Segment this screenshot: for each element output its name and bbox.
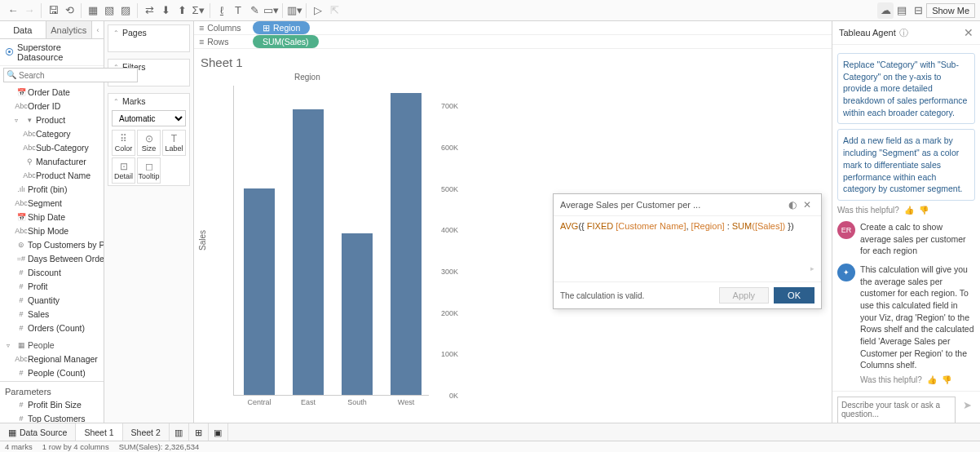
field-sales[interactable]: #Sales xyxy=(0,308,104,321)
sheet-title[interactable]: Sheet 1 xyxy=(201,55,825,69)
swap-icon[interactable]: ⇄ xyxy=(141,2,157,19)
param-item[interactable]: #Profit Bin Size xyxy=(0,398,104,412)
suggestion-2[interactable]: Add a new field as a mark by including "… xyxy=(837,129,975,200)
rows-shelf[interactable]: ≡Rows xyxy=(199,37,248,47)
people-table[interactable]: ▿▦People xyxy=(0,339,104,352)
field-item[interactable]: #People (Count) xyxy=(0,366,104,380)
field-quantity[interactable]: #Quantity xyxy=(0,294,104,308)
field-ship-date[interactable]: 📅Ship Date xyxy=(0,210,104,224)
sort-desc-icon[interactable]: ⬆ xyxy=(174,2,190,19)
marks-color[interactable]: ⠿Color xyxy=(112,130,135,156)
pages-shelf[interactable]: ⌃Pages xyxy=(108,25,189,40)
columns-icon: ≡ xyxy=(199,23,204,33)
datasource-name[interactable]: ⦿ Superstore Datasource xyxy=(0,39,104,66)
field-discount[interactable]: #Discount xyxy=(0,266,104,280)
rows-icon: ≡ xyxy=(199,37,204,47)
field-order-date[interactable]: 📅Order Date xyxy=(0,86,104,100)
forward-icon[interactable]: → xyxy=(21,2,38,19)
sheet2-tab[interactable]: Sheet 2 xyxy=(123,423,170,441)
calc-formula[interactable]: AVG({ FIXED [Customer Name], [Region] : … xyxy=(554,216,821,281)
info-icon[interactable]: ⓘ xyxy=(899,27,908,39)
field-segment[interactable]: AbcSegment xyxy=(0,197,104,210)
field-days-between-orde-[interactable]: =#Days Between Orde... xyxy=(0,252,104,266)
y-tick-label: 600K xyxy=(430,144,458,152)
marks-size[interactable]: ⊙Size xyxy=(137,130,161,156)
status-bar: 4 marks 1 row by 4 columns SUM(Sales): 2… xyxy=(0,441,980,452)
pin-icon[interactable]: ⊟ xyxy=(910,2,926,19)
send-icon[interactable]: ➤ xyxy=(959,397,975,413)
field-profit-bin-[interactable]: .ılıProfit (bin) xyxy=(0,183,104,197)
tab-analytics[interactable]: Analytics xyxy=(46,21,93,38)
field-product-name[interactable]: AbcProduct Name xyxy=(0,169,104,183)
y-tick-label: 300K xyxy=(430,268,458,276)
sort-asc-icon[interactable]: ⬇ xyxy=(157,2,174,19)
cards-panel: ⌃Pages ⌃Filters ⌃Marks Automatic ⠿Color⊙… xyxy=(104,21,194,429)
new-ws-icon[interactable]: ▦ xyxy=(85,2,101,19)
field-profit[interactable]: #Profit xyxy=(0,280,104,294)
parameters-header: Parameters xyxy=(0,385,104,398)
suggestion-1[interactable]: Replace "Category" with "Sub-Category" o… xyxy=(837,53,975,124)
thumbs-down-icon[interactable]: 👎 xyxy=(942,374,951,386)
dup-icon[interactable]: ▧ xyxy=(101,2,117,19)
fit-icon[interactable]: ▭▾ xyxy=(263,2,279,19)
revert-icon[interactable]: ⟲ xyxy=(61,2,77,19)
field-category[interactable]: AbcCategory xyxy=(0,127,104,141)
marks-type-select[interactable]: Automatic xyxy=(112,110,186,126)
db-icon: ⦿ xyxy=(5,47,14,57)
bar-east[interactable] xyxy=(293,109,324,395)
bot-message-1: This calculation will give you the avera… xyxy=(860,264,975,371)
marks-detail[interactable]: ⊡Detail xyxy=(112,157,135,184)
totals-icon[interactable]: Σ▾ xyxy=(190,2,206,19)
field-top-customers-by-p-[interactable]: ⊚Top Customers by P... xyxy=(0,238,104,252)
sheet1-tab[interactable]: Sheet 1 xyxy=(76,423,122,441)
guide-icon[interactable]: ▤ xyxy=(894,2,910,19)
close-icon[interactable]: ✕ xyxy=(800,199,814,210)
clear-icon[interactable]: ▨ xyxy=(117,2,134,19)
expand-icon[interactable]: ◐ xyxy=(785,199,800,210)
close-agent-icon[interactable]: ✕ xyxy=(964,26,973,39)
new-story-icon[interactable]: ▣ xyxy=(209,423,228,441)
new-dash-icon[interactable]: ⊞ xyxy=(189,423,209,441)
expand-arrow-icon[interactable]: ▸ xyxy=(560,264,814,273)
apply-button[interactable]: Apply xyxy=(719,287,770,304)
agent-input[interactable] xyxy=(837,397,956,424)
calc-title[interactable]: Average Sales per Customer per ... xyxy=(560,200,785,210)
bar-central[interactable] xyxy=(244,188,275,395)
field-orders-count-[interactable]: #Orders (Count) xyxy=(0,321,104,335)
field-order-id[interactable]: AbcOrder ID xyxy=(0,100,104,113)
format-icon[interactable]: ✎ xyxy=(246,2,263,19)
x-tick-label: East xyxy=(288,398,329,406)
field-manufacturer[interactable]: ⚲Manufacturer xyxy=(0,155,104,169)
labels-icon[interactable]: T xyxy=(230,2,246,19)
marks-tooltip[interactable]: ◻Tooltip xyxy=(137,157,161,184)
sales-pill[interactable]: SUM(Sales) xyxy=(253,35,319,48)
marks-card[interactable]: ⌃Marks xyxy=(108,94,189,109)
new-sheet-icon[interactable]: ▥ xyxy=(170,423,189,441)
field-item[interactable]: AbcRegional Manager xyxy=(0,352,104,366)
marks-label[interactable]: TLabel xyxy=(162,130,186,156)
thumbs-up-icon[interactable]: 👍 xyxy=(927,374,937,386)
field-ship-mode[interactable]: AbcShip Mode xyxy=(0,224,104,238)
ok-button[interactable]: OK xyxy=(774,287,814,304)
share-icon[interactable]: ⇱ xyxy=(326,2,342,19)
save-icon[interactable]: 🖫 xyxy=(45,2,61,19)
thumbs-down-icon[interactable]: 👎 xyxy=(919,206,929,215)
thumbs-up-icon[interactable]: 👍 xyxy=(904,206,914,215)
cards-icon[interactable]: ▥▾ xyxy=(286,2,302,19)
datasource-tab[interactable]: ▦Data Source xyxy=(0,423,76,441)
sheet-tabs: ▦Data Source Sheet 1 Sheet 2 ▥ ⊞ ▣ xyxy=(0,423,980,441)
region-pill[interactable]: ⊞Region xyxy=(253,21,310,34)
field-sub-category[interactable]: AbcSub-Category xyxy=(0,141,104,155)
search-input[interactable] xyxy=(3,68,138,82)
tab-data[interactable]: Data xyxy=(0,21,46,38)
field-product[interactable]: ▿▾Product xyxy=(0,113,104,127)
present-icon[interactable]: ▷ xyxy=(310,2,326,19)
collapse-icon[interactable]: ‹ xyxy=(92,21,104,38)
back-icon[interactable]: ← xyxy=(5,2,21,19)
show-me-button[interactable]: Show Me xyxy=(926,3,975,18)
bar-south[interactable] xyxy=(342,233,373,395)
columns-shelf[interactable]: ≡Columns xyxy=(199,23,248,33)
bar-west[interactable] xyxy=(391,93,422,395)
cloud-icon[interactable]: ☁ xyxy=(877,2,894,19)
highlight-icon[interactable]: ℓ xyxy=(214,2,230,19)
